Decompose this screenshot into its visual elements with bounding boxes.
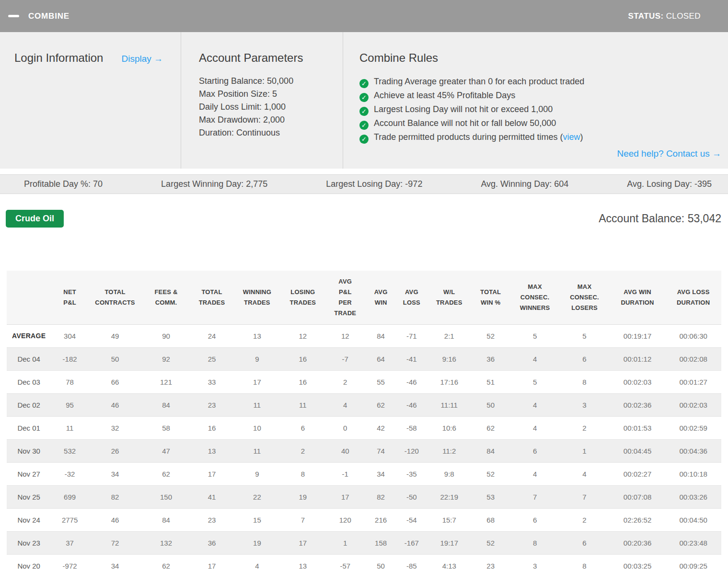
table-cell: 150 bbox=[141, 485, 190, 508]
table-cell: 34 bbox=[366, 462, 395, 485]
table-cell: 5 bbox=[510, 324, 559, 347]
table-cell: 7 bbox=[510, 485, 559, 508]
table-cell: 19 bbox=[233, 531, 281, 554]
row-label: Dec 03 bbox=[7, 370, 51, 393]
table-cell: 17:16 bbox=[428, 370, 471, 393]
table-cell: 121 bbox=[141, 370, 190, 393]
table-cell: 82 bbox=[366, 485, 395, 508]
table-cell: 22:19 bbox=[428, 485, 471, 508]
table-cell: -50 bbox=[396, 485, 428, 508]
column-header: W/L TRADES bbox=[428, 271, 471, 324]
table-cell: 216 bbox=[366, 508, 395, 531]
table-cell: 4:13 bbox=[428, 554, 471, 577]
table-cell: 6 bbox=[559, 347, 609, 370]
table-cell: 17 bbox=[191, 554, 233, 577]
column-header: LOSING TRADES bbox=[281, 271, 324, 324]
table-cell: -71 bbox=[396, 324, 428, 347]
product-tab-crude-oil[interactable]: Crude Oil bbox=[6, 210, 64, 228]
window-title: COMBINE bbox=[28, 11, 69, 21]
table-cell: 4 bbox=[510, 416, 559, 439]
table-row: Dec 02954684231111462-4611:11504300:02:3… bbox=[7, 393, 721, 416]
table-cell: 4 bbox=[510, 462, 559, 485]
table-cell: 64 bbox=[366, 347, 395, 370]
table-cell: 52 bbox=[471, 531, 510, 554]
table-cell: 52 bbox=[471, 324, 510, 347]
table-cell: 00:06:30 bbox=[665, 324, 721, 347]
account-parameters-list: Starting Balance: 50,000Max Position Siz… bbox=[199, 75, 343, 139]
table-cell: 10 bbox=[233, 416, 281, 439]
table-cell: 16 bbox=[281, 347, 324, 370]
table-cell: 32 bbox=[89, 416, 142, 439]
table-cell: 8 bbox=[559, 370, 609, 393]
combine-rules-title: Combine Rules bbox=[359, 51, 721, 65]
row-label: Nov 24 bbox=[7, 508, 51, 531]
table-cell: 2 bbox=[559, 508, 609, 531]
display-link[interactable]: Display → bbox=[121, 54, 163, 64]
table-cell: 46 bbox=[89, 508, 142, 531]
table-cell: 53 bbox=[471, 485, 510, 508]
minimize-button[interactable] bbox=[8, 9, 23, 23]
table-cell: 00:03:26 bbox=[665, 485, 721, 508]
stat-item: Avg. Winning Day: 604 bbox=[481, 179, 568, 189]
table-cell: 17 bbox=[281, 531, 324, 554]
column-header: AVG WIN bbox=[366, 271, 395, 324]
contact-us-link[interactable]: Need help? Contact us → bbox=[617, 148, 721, 159]
stats-bar: Profitable Day %: 70Largest Winning Day:… bbox=[0, 174, 728, 194]
table-cell: -182 bbox=[51, 347, 88, 370]
stat-item: Largest Losing Day: -972 bbox=[326, 179, 422, 189]
rule-text: Trading Average greater than 0 for each … bbox=[374, 77, 584, 86]
table-cell: 16 bbox=[191, 416, 233, 439]
table-cell: 00:23:48 bbox=[665, 531, 721, 554]
table-cell: 00:02:27 bbox=[610, 462, 666, 485]
table-cell: 22 bbox=[233, 485, 281, 508]
table-cell: 1 bbox=[559, 439, 609, 462]
table-cell: 00:02:03 bbox=[610, 370, 666, 393]
table-cell: 17 bbox=[191, 462, 233, 485]
table-cell: 7 bbox=[559, 485, 609, 508]
check-icon: ✓ bbox=[359, 93, 369, 102]
table-cell: 13 bbox=[233, 324, 281, 347]
table-cell: 92 bbox=[141, 347, 190, 370]
check-icon: ✓ bbox=[359, 121, 369, 130]
daily-stats-table: NET P&LTOTAL CONTRACTSFEES & COMM.TOTAL … bbox=[7, 271, 721, 577]
table-cell: 49 bbox=[89, 324, 142, 347]
combine-rule: ✓Account Balance will not hit or fall be… bbox=[359, 116, 721, 130]
table-row: Nov 25699821504122191782-5022:19537700:0… bbox=[7, 485, 721, 508]
daily-stats-table-wrap: NET P&LTOTAL CONTRACTSFEES & COMM.TOTAL … bbox=[7, 271, 721, 577]
table-cell: 36 bbox=[191, 531, 233, 554]
table-cell: 84 bbox=[471, 439, 510, 462]
table-cell: 95 bbox=[51, 393, 88, 416]
table-row: Nov 20-972346217413-5750-854:13233800:03… bbox=[7, 554, 721, 577]
table-cell: 41 bbox=[191, 485, 233, 508]
table-cell: 13 bbox=[191, 439, 233, 462]
table-cell: 23 bbox=[191, 393, 233, 416]
stat-item: Profitable Day %: 70 bbox=[24, 179, 103, 189]
table-cell: 158 bbox=[366, 531, 395, 554]
table-cell: 62 bbox=[141, 554, 190, 577]
table-cell: 2775 bbox=[51, 508, 88, 531]
combine-rule: ✓Achieve at least 45% Profitable Days bbox=[359, 89, 721, 103]
table-row: Nov 27-3234621798-134-359:8524400:02:270… bbox=[7, 462, 721, 485]
table-cell: 23 bbox=[471, 554, 510, 577]
combine-rules-list: ✓Trading Average greater than 0 for each… bbox=[359, 75, 721, 144]
table-cell: 13 bbox=[281, 554, 324, 577]
rule-text-suffix: ) bbox=[580, 132, 583, 142]
table-cell: 78 bbox=[51, 370, 88, 393]
table-cell: 00:09:25 bbox=[665, 554, 721, 577]
rule-text: Account Balance will not hit or fall bel… bbox=[374, 118, 556, 128]
table-cell: 84 bbox=[366, 324, 395, 347]
parameter-line: Duration: Continuous bbox=[199, 126, 343, 139]
status-label: STATUS: bbox=[628, 11, 664, 21]
column-header: TOTAL WIN % bbox=[471, 271, 510, 324]
column-header: AVG WIN DURATION bbox=[610, 271, 666, 324]
table-cell: 00:01:53 bbox=[610, 416, 666, 439]
table-cell: 90 bbox=[141, 324, 190, 347]
view-link[interactable]: view bbox=[563, 132, 580, 142]
table-cell: 2 bbox=[559, 416, 609, 439]
combine-rule: ✓Trading Average greater than 0 for each… bbox=[359, 75, 721, 89]
table-cell: 84 bbox=[141, 508, 190, 531]
table-cell: 11 bbox=[281, 393, 324, 416]
row-label: Nov 23 bbox=[7, 531, 51, 554]
column-header: NET P&L bbox=[51, 271, 88, 324]
table-cell: 47 bbox=[141, 439, 190, 462]
